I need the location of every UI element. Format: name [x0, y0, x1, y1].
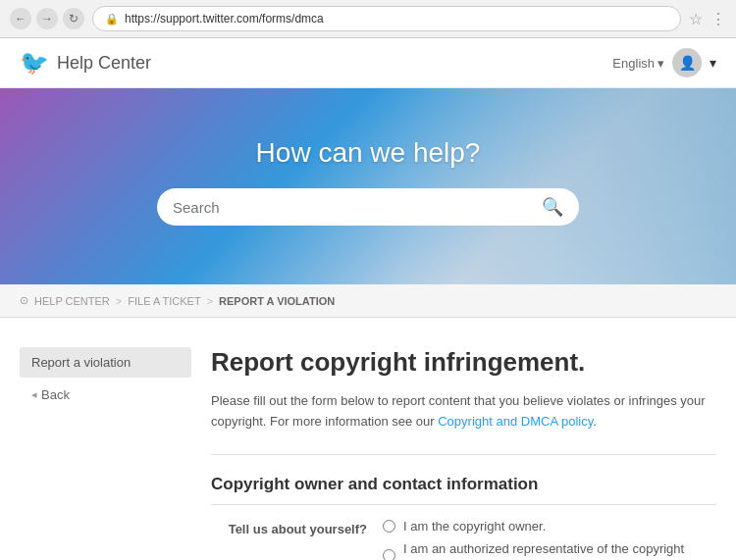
back-label: Back: [41, 387, 70, 402]
twitter-bird-icon: 🐦: [20, 49, 49, 76]
form-label-yourself: Tell us about yourself?: [211, 519, 383, 560]
radio-option-representative[interactable]: I am an authorized representative of the…: [383, 541, 716, 560]
sidebar-item-report[interactable]: Report a violation: [20, 347, 191, 378]
section-title: Copyright owner and contact information: [211, 475, 716, 505]
breadcrumb-home[interactable]: HELP CENTER: [34, 295, 110, 307]
section-divider: [211, 454, 716, 455]
user-menu-arrow[interactable]: ▾: [710, 55, 716, 71]
main-content: Report copyright infringement. Please fi…: [211, 347, 716, 560]
radio-label-owner: I am the copyright owner.: [403, 519, 546, 534]
user-icon: 👤: [679, 55, 696, 71]
logo-area: 🐦 Help Center: [20, 49, 151, 76]
site-title: Help Center: [57, 53, 151, 74]
radio-input-owner[interactable]: [383, 520, 395, 533]
radio-input-representative[interactable]: [383, 549, 395, 560]
hero-heading: How can we help?: [20, 137, 716, 169]
address-bar[interactable]: 🔒 https://support.twitter.com/forms/dmca: [92, 6, 681, 31]
refresh-button[interactable]: ↻: [63, 8, 84, 29]
radio-option-owner[interactable]: I am the copyright owner.: [383, 519, 716, 534]
user-avatar[interactable]: 👤: [672, 48, 702, 77]
url-text: https://support.twitter.com/forms/dmca: [125, 12, 668, 25]
hero-background: [405, 88, 737, 284]
radio-label-representative: I am an authorized representative of the…: [403, 541, 716, 560]
lock-icon: 🔒: [105, 13, 119, 25]
form-row-yourself: Tell us about yourself? I am the copyrig…: [211, 519, 716, 560]
bookmark-icon[interactable]: ☆: [689, 10, 703, 28]
description-text-suffix: .: [593, 414, 597, 429]
breadcrumb-current: REPORT A VIOLATION: [219, 295, 335, 307]
menu-icon[interactable]: ⋮: [710, 10, 726, 28]
page-heading: Report copyright infringement.: [211, 347, 716, 378]
radio-group-yourself: I am the copyright owner. I am an author…: [383, 519, 716, 560]
sidebar: Report a violation ◂ Back: [20, 347, 191, 560]
site-header: 🐦 Help Center English ▾ 👤 ▾: [0, 38, 736, 88]
dmca-policy-link[interactable]: Copyright and DMCA policy: [438, 414, 593, 429]
breadcrumb: ⊙ HELP CENTER > FILE A TICKET > REPORT A…: [0, 284, 736, 318]
browser-controls: ← → ↻: [10, 8, 84, 29]
lang-label: English: [612, 56, 655, 71]
language-selector[interactable]: English ▾: [612, 56, 664, 71]
content-wrapper: Report a violation ◂ Back Report copyrig…: [0, 318, 736, 560]
forward-button[interactable]: →: [36, 8, 58, 29]
breadcrumb-ticket[interactable]: FILE A TICKET: [128, 295, 200, 307]
header-right: English ▾ 👤 ▾: [612, 48, 716, 77]
back-arrow-icon: ◂: [31, 388, 37, 401]
page-description: Please fill out the form below to report…: [211, 391, 716, 433]
breadcrumb-home-icon: ⊙: [20, 294, 28, 307]
back-button[interactable]: ←: [10, 8, 31, 29]
sidebar-back-link[interactable]: ◂ Back: [20, 380, 191, 410]
breadcrumb-sep-2: >: [207, 295, 213, 307]
search-bar: 🔍: [157, 188, 579, 226]
search-button[interactable]: 🔍: [542, 196, 563, 218]
breadcrumb-sep-1: >: [116, 295, 122, 307]
browser-chrome: ← → ↻ 🔒 https://support.twitter.com/form…: [0, 0, 736, 38]
hero-section: How can we help? 🔍: [0, 88, 736, 284]
lang-arrow-icon: ▾: [657, 56, 664, 71]
search-input[interactable]: [173, 199, 542, 216]
